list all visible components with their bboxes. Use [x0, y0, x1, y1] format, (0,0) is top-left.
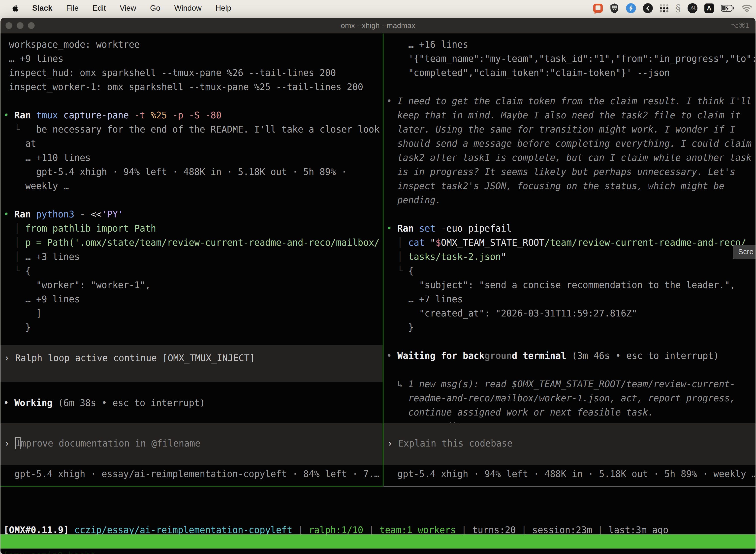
terminal-window: omx --xhigh --madmax ⌥⌘1 workspace_mode:…	[0, 18, 756, 554]
menu-item-go[interactable]: Go	[150, 4, 160, 13]
terminal-line: }	[3, 321, 382, 335]
terminal-line: • I need to get the claim token from the…	[386, 94, 756, 108]
window-titlebar[interactable]: omx --xhigh --madmax ⌥⌘1	[0, 18, 756, 34]
terminal-line: │ from pathlib import Path	[3, 221, 382, 235]
terminal-line: › Explain this codebase	[383, 436, 756, 450]
menu-item-file[interactable]: File	[66, 4, 79, 13]
left-model-status-line: gpt-5.4 xhigh · essay/ai-reimplementatio…	[3, 467, 379, 481]
terminal-line: • Ran set -euo pipefail	[386, 221, 756, 235]
dots-grid-icon[interactable]	[660, 4, 669, 12]
window-shortcut-hint: ⌥⌘1	[731, 18, 749, 33]
terminal-line	[3, 193, 382, 207]
terminal-line: should send a message before completing …	[386, 136, 756, 151]
contrast-chevron-icon[interactable]	[643, 3, 653, 13]
tmux-session-name[interactable]: [omx-cczip0:bash*	[3, 549, 96, 554]
right-terminal-pane[interactable]: … +16 lines '{"team_name":"my-team","tas…	[386, 34, 756, 485]
terminal-line: … +7 lines	[386, 292, 756, 306]
terminal-line: … +9 lines	[3, 292, 382, 306]
terminal-line: • Waiting for background terminal (3m 46…	[386, 349, 756, 363]
terminal-line: '{"team_name":"my-team","task_id":"1","f…	[386, 52, 756, 66]
terminal-line: inspect_worker-1: omx sparkshell --tmux-…	[3, 80, 382, 94]
terminal-line: │ tasks/task-2.json"	[386, 250, 756, 264]
terminal-line: keep that in mind. Maybe I also need the…	[386, 108, 756, 122]
input-source-icon[interactable]: A	[704, 3, 714, 13]
terminal-line: "worker": "worker-1",	[3, 278, 382, 292]
left-prompt-input[interactable]: › Improve documentation in @filename	[0, 423, 383, 465]
terminal-line: weekly …	[3, 179, 382, 193]
terminal-line	[386, 335, 756, 349]
screen-overlay-tooltip: Scre	[733, 245, 756, 259]
terminal-line: └ {	[386, 264, 756, 278]
terminal-line: pending.	[386, 193, 756, 207]
ralph-loop-banner: › Ralph loop active continue [OMX_TMUX_I…	[0, 345, 383, 382]
left-pane-bottom-border	[0, 486, 383, 487]
terminal-line: └ {	[3, 264, 382, 278]
terminal-line: }	[386, 321, 756, 335]
terminal-line: › Ralph loop active continue [OMX_TMUX_I…	[0, 351, 383, 365]
terminal-line: ↳ 1 new msg(s): read $OMX_TEAM_STATE_ROO…	[386, 377, 756, 391]
terminal-line: › Improve documentation in @filename	[0, 436, 383, 450]
terminal-line: └ be necessary for the end of the README…	[3, 122, 382, 136]
terminal-line: │ cat "$OMX_TEAM_STATE_ROOT/team/review-…	[386, 235, 756, 250]
menu-item-edit[interactable]: Edit	[92, 4, 106, 13]
left-terminal-pane[interactable]: workspace_mode: worktree … +9 lines insp…	[3, 34, 382, 485]
spark-badge-icon[interactable]	[626, 3, 636, 13]
terminal-content: workspace_mode: worktree … +9 lines insp…	[0, 34, 756, 554]
messages-icon[interactable]	[593, 4, 603, 13]
terminal-line: gpt-5.4 xhigh · 94% left · 488K in · 5.1…	[3, 165, 382, 179]
terminal-line: "completed","claim_token":"claim-token"}…	[386, 66, 756, 80]
terminal-line: is in progress? It seems likely but perh…	[386, 165, 756, 179]
right-pane-bottom-border	[383, 486, 756, 487]
terminal-line: later. Using the same for transition mig…	[386, 122, 756, 136]
window-title: omx --xhigh --madmax	[0, 18, 756, 33]
terminal-line: "created_at": "2026-03-31T11:59:27.816Z"	[386, 306, 756, 321]
terminal-line: • Working (6m 38s • esc to interrupt)	[3, 396, 205, 410]
menu-item-app[interactable]: Slack	[32, 4, 52, 13]
terminal-line: │ p = Path('.omx/state/team/review-curre…	[3, 235, 382, 250]
terminal-line: readme-and-reco/mailbox/worker-1.json, a…	[386, 391, 756, 405]
terminal-line: inspect task2's JSON, focusing on the st…	[386, 179, 756, 193]
right-model-status-line: gpt-5.4 xhigh · 94% left · 488K in · 5.1…	[386, 467, 756, 481]
pane-divider[interactable]	[383, 34, 383, 486]
menu-item-window[interactable]: Window	[174, 4, 201, 13]
wifi-icon[interactable]	[742, 4, 752, 12]
shield-grid-icon[interactable]	[610, 3, 619, 13]
menu-item-help[interactable]: Help	[215, 4, 232, 13]
terminal-line: workspace_mode: worktree	[3, 38, 382, 52]
battery-icon[interactable]	[721, 5, 735, 12]
apple-menu-icon[interactable]	[11, 3, 20, 13]
terminal-line: "subject": "send a concise recommendatio…	[386, 278, 756, 292]
scroll-squiggle-icon[interactable]: §	[676, 2, 681, 14]
timer-badge-icon[interactable]: ..61	[688, 3, 697, 13]
terminal-line: inspect_hud: omx sparkshell --tmux-pane …	[3, 66, 382, 80]
terminal-line: │ … +3 lines	[3, 250, 382, 264]
terminal-line: … +110 lines	[3, 151, 382, 165]
terminal-line: task2 after task1 is complete, but can I…	[386, 151, 756, 165]
omx-session-status: [OMX#0.11.9] cczip/essay/ai-reimplementa…	[3, 495, 669, 509]
terminal-line	[3, 94, 382, 108]
terminal-line: • Ran python3 - <<'PY'	[3, 207, 382, 221]
tmux-status-bar: [omx-cczip0:bash* "MacBook-Pro-44.local"…	[0, 535, 756, 549]
menu-bar-status-icons: § ..61 A	[593, 0, 752, 16]
terminal-line	[386, 363, 756, 377]
menu-bar: Slack File Edit View Go Window Help § ..…	[0, 0, 756, 16]
terminal-line: ]	[3, 306, 382, 321]
terminal-line	[386, 80, 756, 94]
menu-item-view[interactable]: View	[120, 4, 136, 13]
right-prompt-input[interactable]: › Explain this codebase	[383, 423, 756, 465]
terminal-line: • Ran tmux capture-pane -t %25 -p -S -80	[3, 108, 382, 122]
terminal-line: continue assigned work or next feasible …	[386, 405, 756, 420]
terminal-line: … +9 lines	[3, 52, 382, 66]
terminal-line	[386, 207, 756, 221]
terminal-line: … +16 lines	[386, 38, 756, 52]
terminal-line: at	[3, 136, 382, 151]
working-status: • Working (6m 38s • esc to interrupt)	[3, 396, 205, 410]
